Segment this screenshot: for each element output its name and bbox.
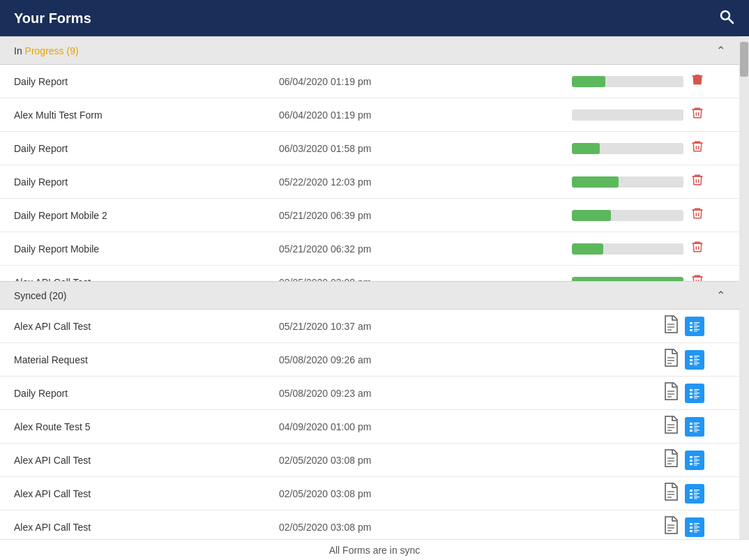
svg-rect-28	[694, 331, 697, 331]
pdf-icon[interactable]	[663, 381, 679, 405]
pdf-icon[interactable]	[663, 448, 679, 472]
scrollbar[interactable]	[739, 36, 749, 539]
app-header: Your Forms	[0, 0, 749, 36]
list-view-icon[interactable]	[685, 451, 704, 470]
list-view-icon[interactable]	[685, 384, 704, 403]
svg-rect-83	[690, 493, 693, 495]
svg-rect-64	[694, 431, 697, 432]
svg-rect-81	[694, 490, 699, 490]
svg-rect-20	[690, 322, 693, 324]
svg-rect-50	[690, 396, 693, 398]
pdf-icon[interactable]	[663, 315, 679, 338]
svg-rect-46	[694, 391, 697, 391]
synced-chevron[interactable]: ⌃	[716, 289, 725, 302]
table-row: Alex Route Test 5 04/09/2020 01:00 pm	[0, 410, 739, 444]
sync-status: All Forms are in sync	[329, 545, 421, 556]
form-name: Material Request	[14, 354, 279, 365]
table-row: Alex API Call Test 05/21/2020 10:37 am	[0, 310, 739, 343]
svg-rect-80	[690, 490, 693, 492]
form-date: 05/21/2020 06:39 pm	[279, 210, 488, 221]
in-progress-list: Daily Report 06/04/2020 01:19 pm	[0, 65, 739, 281]
svg-rect-76	[694, 464, 697, 465]
pdf-icon[interactable]	[663, 515, 679, 539]
progress-bar-fill	[572, 76, 605, 87]
table-row: Alex API Call Test 02/05/2020 03:08 pm	[0, 477, 739, 510]
form-actions	[488, 381, 725, 405]
synced-title: Synced (20)	[14, 290, 66, 301]
in-progress-chevron[interactable]: ⌃	[716, 44, 725, 57]
svg-rect-93	[694, 523, 699, 524]
svg-rect-59	[690, 426, 693, 428]
svg-rect-58	[694, 424, 697, 425]
delete-icon[interactable]	[690, 206, 704, 224]
delete-icon[interactable]	[690, 73, 704, 90]
svg-rect-92	[690, 523, 693, 525]
svg-rect-94	[694, 524, 697, 525]
svg-rect-100	[694, 531, 697, 532]
svg-rect-44	[690, 389, 693, 391]
form-actions	[488, 482, 725, 506]
form-name: Daily Report Mobile 2	[14, 210, 279, 221]
form-date: 02/05/2020 03:08 pm	[279, 277, 488, 282]
delete-icon[interactable]	[690, 240, 704, 257]
svg-line-1	[729, 18, 734, 23]
form-date: 05/08/2020 09:26 am	[279, 354, 488, 365]
delete-icon[interactable]	[690, 273, 704, 281]
form-name: Alex API Call Test	[14, 277, 279, 282]
progress-bar	[572, 143, 683, 154]
svg-rect-84	[694, 493, 699, 494]
form-date: 02/05/2020 03:08 pm	[279, 522, 488, 533]
form-date: 02/05/2020 03:08 pm	[279, 455, 488, 466]
svg-rect-74	[690, 463, 693, 465]
svg-rect-57	[694, 423, 699, 423]
delete-icon[interactable]	[690, 173, 704, 190]
svg-rect-35	[690, 359, 693, 361]
search-icon[interactable]	[718, 8, 735, 29]
svg-rect-33	[694, 356, 699, 356]
table-row: Daily Report Mobile 2 05/21/2020 06:39 p…	[0, 199, 739, 232]
svg-rect-24	[694, 326, 699, 326]
scrollbar-thumb[interactable]	[740, 42, 748, 77]
progress-bar-fill	[572, 243, 603, 255]
svg-rect-25	[694, 327, 697, 328]
form-actions	[488, 173, 725, 190]
synced-list: Alex API Call Test 05/21/2020 10:37 am	[0, 310, 739, 539]
delete-icon[interactable]	[690, 106, 704, 123]
table-row: Alex API Call Test 02/05/2020 03:08 pm	[0, 510, 739, 539]
progress-bar	[572, 176, 683, 188]
progress-bar-fill	[572, 143, 600, 154]
svg-rect-34	[694, 357, 697, 358]
content-main: In Progress (9) ⌃ Daily Report 06/04/202…	[0, 36, 739, 539]
form-date: 05/22/2020 12:03 pm	[279, 176, 488, 188]
form-date: 05/21/2020 06:32 pm	[279, 243, 488, 255]
list-view-icon[interactable]	[685, 350, 704, 370]
svg-rect-70	[694, 457, 697, 458]
list-view-icon[interactable]	[685, 417, 704, 437]
form-name: Alex API Call Test	[14, 321, 279, 332]
svg-rect-36	[694, 359, 699, 360]
svg-rect-86	[690, 497, 693, 499]
app-title: Your Forms	[14, 10, 91, 27]
pdf-icon[interactable]	[663, 482, 679, 506]
form-date: 05/21/2020 10:37 am	[279, 321, 488, 332]
form-actions	[488, 240, 725, 257]
form-date: 04/09/2020 01:00 pm	[279, 421, 488, 432]
progress-bar	[572, 109, 683, 121]
pdf-icon[interactable]	[663, 348, 679, 372]
form-actions	[488, 73, 725, 90]
form-actions	[488, 273, 725, 281]
svg-rect-40	[694, 364, 697, 365]
table-row: Daily Report Mobile 05/21/2020 06:32 pm	[0, 232, 739, 266]
progress-bar	[572, 243, 683, 255]
svg-rect-75	[694, 463, 699, 464]
list-view-icon[interactable]	[685, 484, 704, 504]
delete-icon[interactable]	[690, 139, 704, 157]
list-view-icon[interactable]	[685, 317, 704, 336]
svg-rect-97	[694, 528, 697, 529]
list-view-icon[interactable]	[685, 517, 704, 537]
svg-rect-85	[694, 494, 697, 495]
svg-rect-27	[694, 329, 699, 330]
pdf-icon[interactable]	[663, 415, 679, 439]
svg-rect-22	[694, 324, 697, 324]
svg-rect-32	[690, 356, 693, 358]
